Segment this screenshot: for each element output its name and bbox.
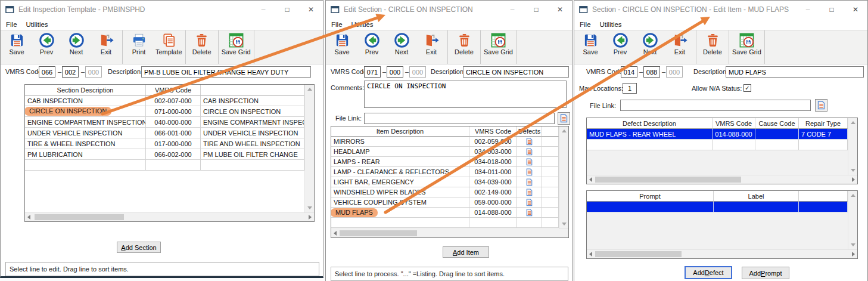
menu-file[interactable]: File bbox=[331, 21, 343, 28]
comments-field[interactable]: CIRCLE ON INSPECTION bbox=[364, 81, 567, 108]
col-header-vmrs-code[interactable]: VMRS Code bbox=[713, 118, 755, 129]
maximize-button[interactable]: □ bbox=[820, 1, 844, 18]
section-row[interactable]: CIRCLE ON INSPECTION 071-000-000 CIRCLE … bbox=[25, 106, 304, 117]
vmrs-code-field-1[interactable] bbox=[621, 66, 637, 78]
file-link-field[interactable] bbox=[620, 100, 811, 111]
horizontal-scrollbar[interactable] bbox=[587, 249, 857, 258]
defects-doc-icon[interactable] bbox=[526, 168, 533, 176]
scrollbar-thumb[interactable] bbox=[340, 230, 417, 236]
col-header-defects[interactable]: Defects bbox=[517, 126, 542, 137]
item-row[interactable] bbox=[331, 218, 559, 228]
scrollbar-thumb[interactable] bbox=[595, 177, 741, 183]
scroll-down-icon[interactable] bbox=[562, 223, 567, 226]
scrollbar-thumb[interactable] bbox=[595, 251, 682, 257]
menu-utilities[interactable]: Utilities bbox=[26, 21, 48, 28]
delete-button[interactable]: Delete bbox=[449, 30, 479, 64]
scroll-up-icon[interactable] bbox=[562, 129, 567, 132]
add-defect-button[interactable]: Add Defect bbox=[685, 266, 732, 279]
defects-doc-icon[interactable] bbox=[526, 178, 533, 186]
vertical-scrollbar[interactable] bbox=[848, 191, 857, 249]
description-field[interactable] bbox=[141, 66, 311, 78]
close-button[interactable]: ✕ bbox=[844, 1, 867, 18]
prev-button[interactable]: Prev bbox=[357, 30, 387, 64]
scrollbar-thumb[interactable] bbox=[35, 214, 124, 220]
allow-na-checkbox[interactable]: ✓ bbox=[743, 84, 751, 92]
next-button[interactable]: Next bbox=[61, 30, 91, 64]
item-row[interactable]: LIGHT BAR, EMERGENCY 034-039-000 bbox=[331, 177, 559, 187]
scroll-left-icon[interactable] bbox=[589, 252, 592, 257]
scroll-up-icon[interactable] bbox=[851, 121, 855, 124]
minimize-button[interactable]: – bbox=[251, 1, 275, 18]
file-link-browse-button[interactable] bbox=[815, 99, 827, 112]
add-prompt-button[interactable]: Add Prompt bbox=[742, 267, 789, 279]
close-button[interactable]: ✕ bbox=[548, 1, 572, 18]
minimize-button[interactable]: – bbox=[796, 1, 820, 18]
section-row[interactable]: ENGINE COMPARTMENT INSPECTION 040-000-00… bbox=[25, 117, 304, 128]
delete-button[interactable]: Delete bbox=[698, 30, 727, 64]
save-grid-button[interactable]: Save Grid bbox=[482, 30, 515, 64]
save-button[interactable]: Save bbox=[327, 30, 357, 64]
prompt-row[interactable] bbox=[587, 202, 848, 212]
vmrs-code-field-2[interactable] bbox=[643, 66, 660, 78]
scroll-down-icon[interactable] bbox=[851, 243, 855, 246]
horizontal-scrollbar[interactable] bbox=[331, 228, 568, 237]
menu-utilities[interactable]: Utilities bbox=[600, 21, 622, 28]
close-button[interactable]: ✕ bbox=[299, 1, 323, 18]
item-row[interactable]: LAMP - CLEARANCE & REFLECTORS 034-011-00… bbox=[331, 167, 559, 177]
scroll-down-icon[interactable] bbox=[851, 169, 855, 172]
section-row[interactable]: CAB INSPECTION 002-007-000 CAB INSPECTIO… bbox=[25, 95, 304, 106]
prev-button[interactable]: Prev bbox=[605, 30, 635, 64]
col-header-repair-type[interactable]: Repair Type bbox=[799, 118, 848, 129]
item-row[interactable]: MUD FLAPS 014-088-000 bbox=[331, 208, 559, 218]
vertical-scrollbar[interactable] bbox=[559, 126, 568, 228]
col-header-blank[interactable] bbox=[201, 85, 304, 95]
print-button[interactable]: Print bbox=[124, 30, 154, 64]
defects-doc-icon[interactable] bbox=[526, 138, 533, 146]
menu-file[interactable]: File bbox=[580, 21, 591, 28]
vmrs-code-field-2[interactable] bbox=[387, 66, 403, 78]
exit-button[interactable]: Exit bbox=[416, 30, 446, 64]
defects-doc-icon[interactable] bbox=[526, 148, 533, 156]
save-button[interactable]: Save bbox=[575, 30, 605, 64]
vertical-scrollbar[interactable] bbox=[848, 118, 857, 175]
delete-button[interactable]: Delete bbox=[187, 30, 217, 64]
scroll-up-icon[interactable] bbox=[307, 88, 312, 91]
next-button[interactable]: Next bbox=[387, 30, 416, 64]
defects-doc-icon[interactable] bbox=[526, 189, 533, 196]
next-button[interactable]: Next bbox=[635, 30, 665, 64]
maximize-button[interactable]: □ bbox=[524, 1, 548, 18]
save-button[interactable]: Save bbox=[2, 30, 32, 64]
col-header-section-description[interactable]: Section Description bbox=[25, 85, 146, 95]
minimize-button[interactable]: – bbox=[500, 1, 524, 18]
file-link-field[interactable] bbox=[364, 113, 555, 124]
vertical-scrollbar[interactable] bbox=[304, 85, 314, 212]
scroll-up-icon[interactable] bbox=[851, 194, 855, 197]
item-row[interactable]: WINDSHIELD WIPER BLADES 002-149-000 bbox=[331, 187, 559, 197]
vmrs-code-field-2[interactable] bbox=[62, 66, 79, 78]
scroll-right-icon[interactable] bbox=[309, 215, 312, 220]
file-link-browse-button[interactable] bbox=[558, 112, 570, 125]
item-row[interactable]: VEHICLE COUPLING SYSTEM 059-000-000 bbox=[331, 197, 559, 208]
defects-doc-icon[interactable] bbox=[526, 209, 533, 217]
add-section-button[interactable]: Add Section bbox=[117, 242, 161, 253]
menu-file[interactable]: File bbox=[6, 21, 17, 28]
col-header-prompt[interactable]: Prompt bbox=[587, 191, 714, 202]
section-row[interactable]: UNDER VEHICLE INSPECTION 066-001-000 UND… bbox=[25, 128, 304, 138]
scroll-left-icon[interactable] bbox=[334, 231, 337, 236]
add-item-button[interactable]: Add Item bbox=[443, 246, 489, 258]
col-header-defect-description[interactable]: Defect Description bbox=[587, 118, 713, 129]
maximize-button[interactable]: □ bbox=[275, 1, 299, 18]
col-header-vmrs-code[interactable]: VMRS Code bbox=[146, 85, 201, 95]
scroll-left-icon[interactable] bbox=[589, 177, 592, 182]
vmrs-code-field-1[interactable] bbox=[39, 66, 55, 78]
scroll-down-icon[interactable] bbox=[307, 206, 312, 209]
description-field[interactable] bbox=[463, 66, 569, 78]
vmrs-code-field-1[interactable] bbox=[364, 66, 381, 78]
defects-doc-icon[interactable] bbox=[526, 199, 533, 206]
scroll-right-icon[interactable] bbox=[852, 252, 855, 257]
horizontal-scrollbar[interactable] bbox=[587, 175, 857, 184]
item-row[interactable]: HEADLAMP 034-003-000 bbox=[331, 147, 559, 157]
col-header-item-description[interactable]: Item Description bbox=[331, 126, 469, 137]
scroll-left-icon[interactable] bbox=[27, 215, 30, 220]
defect-row[interactable] bbox=[587, 140, 848, 150]
